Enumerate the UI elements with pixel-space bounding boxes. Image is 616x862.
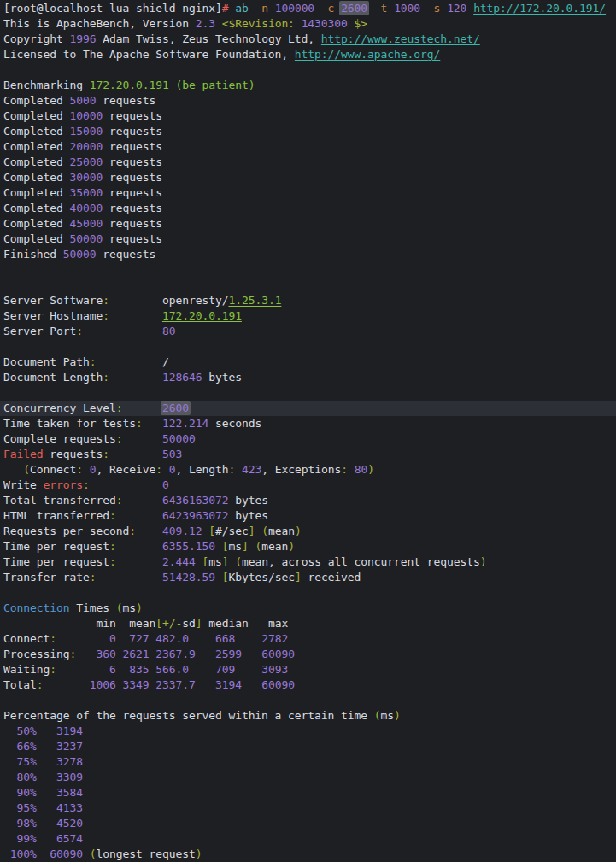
ip-link[interactable]: 172.20.0.191 xyxy=(162,309,242,322)
text-segment xyxy=(314,2,321,15)
text-segment xyxy=(215,17,222,30)
text-segment: Kbytes/sec xyxy=(228,571,294,583)
text-segment: 3309 xyxy=(56,771,83,783)
write-errors-line: Write errors: 0 xyxy=(0,478,616,493)
text-segment xyxy=(76,648,96,660)
text-segment: Processing xyxy=(3,648,69,660)
text-segment xyxy=(242,648,261,660)
text-segment: requests xyxy=(96,248,155,261)
text-segment: 360 xyxy=(96,648,115,660)
text-segment xyxy=(109,309,162,322)
text-segment: Time taken for tests xyxy=(3,417,136,430)
text-segment: 60090 xyxy=(50,847,83,860)
percentile-row-98: 98% 4520 xyxy=(0,816,616,831)
text-segment xyxy=(83,463,90,476)
text-segment: 10000 xyxy=(69,109,103,122)
text-segment: 2.444 xyxy=(162,555,196,568)
text-segment: 1006 xyxy=(90,678,116,691)
text-segment: sd xyxy=(182,617,196,630)
text-segment: Completed xyxy=(3,155,69,168)
text-segment: requests xyxy=(103,202,162,214)
text-segment: ) xyxy=(196,847,202,860)
url-link[interactable]: http://www.apache.org/ xyxy=(295,48,440,61)
text-segment: 50000 xyxy=(63,248,97,261)
text-segment xyxy=(235,663,261,676)
percentile-row-66: 66% 3237 xyxy=(0,739,616,754)
text-segment xyxy=(420,2,427,15)
text-segment: 668 xyxy=(215,632,235,645)
text-segment: 100000 xyxy=(275,2,314,15)
text-segment: bytes xyxy=(202,371,241,384)
server-port-line: Server Port: 80 xyxy=(0,324,616,339)
text-segment: Total transferred xyxy=(3,494,116,507)
prompt-command-line: [root@localhost lua-shield-nginx]# ab -n… xyxy=(0,1,616,16)
text-segment: Completed xyxy=(3,109,69,122)
text-segment: 60090 xyxy=(261,648,295,660)
text-segment: 4520 xyxy=(56,817,83,830)
text-segment: , Exceptions xyxy=(261,463,341,476)
text-segment: 5000 xyxy=(69,94,96,107)
text-segment xyxy=(116,540,162,553)
text-segment xyxy=(37,801,56,814)
text-segment xyxy=(37,740,56,753)
text-segment: Time per request xyxy=(3,555,109,568)
text-segment: 3584 xyxy=(56,786,83,799)
progress-line-20000: Completed 20000 requests xyxy=(0,139,616,155)
text-segment: 80 xyxy=(355,463,368,476)
text-segment: : xyxy=(103,448,109,460)
text-segment: $> xyxy=(355,17,368,30)
text-segment: errors xyxy=(43,478,82,491)
url-link[interactable]: http://www.zeustech.net/ xyxy=(321,32,480,45)
text-segment: -n xyxy=(255,2,268,15)
text-segment xyxy=(3,771,17,783)
text-segment: requests xyxy=(103,140,162,153)
text-segment xyxy=(255,525,261,537)
text-segment: 100% xyxy=(10,847,37,860)
text-segment: 120 xyxy=(447,2,466,15)
text-segment: 50000 xyxy=(162,432,196,445)
text-segment: Connect xyxy=(3,632,50,645)
text-segment xyxy=(136,525,162,537)
text-segment xyxy=(215,540,222,553)
blank-line xyxy=(0,62,616,78)
text-segment: 20000 xyxy=(69,140,103,153)
text-segment xyxy=(37,724,56,737)
text-segment xyxy=(235,463,242,476)
text-segment: 0 xyxy=(109,632,116,645)
percentile-row-80: 80% 3309 xyxy=(0,770,616,785)
text-segment: requests xyxy=(103,232,162,245)
text-segment: 6574 xyxy=(56,832,83,845)
progress-line-30000: Completed 30000 requests xyxy=(0,170,616,185)
server-hostname-line: Server Hostname: 172.20.0.191 xyxy=(0,308,616,324)
text-segment: Benchmarking xyxy=(3,79,90,91)
ip-link[interactable]: 172.20.0.191 xyxy=(90,79,169,91)
text-segment: : xyxy=(109,509,116,522)
text-segment: <$Revision: xyxy=(222,17,295,30)
text-segment: 98% xyxy=(17,817,37,830)
text-segment: Percentage of the requests served within… xyxy=(3,709,374,722)
text-segment xyxy=(189,663,215,676)
text-segment: : xyxy=(341,463,348,476)
text-segment: ( xyxy=(261,525,268,537)
terminal-output[interactable]: [root@localhost lua-shield-nginx]# ab -n… xyxy=(0,1,616,862)
text-segment xyxy=(116,509,162,522)
text-segment: 2.3 xyxy=(196,17,215,30)
text-segment: -c xyxy=(321,2,335,15)
time-per-request-concurrent-line: Time per request: 2.444 [ms] (mean, acro… xyxy=(0,554,616,570)
text-segment: requests xyxy=(43,448,103,460)
version-link[interactable]: 1.25.3.1 xyxy=(228,294,281,307)
text-segment: Adam Twiss, Zeus Technology Ltd, xyxy=(96,32,320,45)
text-segment: 30000 xyxy=(69,171,103,184)
text-segment: ( xyxy=(23,463,30,476)
text-segment: Requests per second xyxy=(3,525,129,537)
text-segment: This is ApacheBench, Version xyxy=(3,17,196,30)
requests-per-second-line: Requests per second: 409.12 [#/sec] (mea… xyxy=(0,524,616,539)
url-link[interactable]: http://172.20.0.191/ xyxy=(473,2,606,15)
text-segment: 75% xyxy=(17,755,37,768)
text-segment xyxy=(116,663,130,676)
text-segment xyxy=(109,371,162,384)
text-segment: : xyxy=(50,632,56,645)
text-segment xyxy=(466,2,473,15)
time-per-request-line: Time per request: 6355.150 [ms] (mean) xyxy=(0,539,616,554)
progress-line-25000: Completed 25000 requests xyxy=(0,155,616,170)
